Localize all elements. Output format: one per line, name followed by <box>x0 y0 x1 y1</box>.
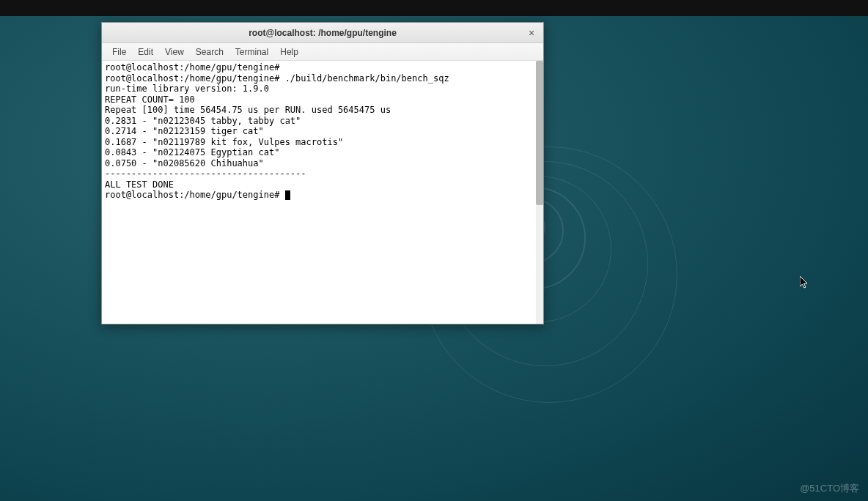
desktop-top-bar <box>0 0 868 16</box>
close-button[interactable]: × <box>526 27 537 39</box>
scrollbar[interactable] <box>536 61 543 324</box>
watermark: @51CTO博客 <box>800 482 859 495</box>
terminal-output: root@localhost:/home/gpu/tengine# root@l… <box>105 62 449 200</box>
menu-edit[interactable]: Edit <box>132 45 159 59</box>
scrollbar-thumb[interactable] <box>536 61 543 205</box>
menu-terminal[interactable]: Terminal <box>229 45 274 59</box>
close-icon: × <box>529 27 534 39</box>
terminal-window[interactable]: root@localhost: /home/gpu/tengine × File… <box>101 22 544 324</box>
window-titlebar[interactable]: root@localhost: /home/gpu/tengine × <box>102 23 543 43</box>
menubar: File Edit View Search Terminal Help <box>102 43 543 61</box>
terminal-cursor <box>285 190 290 200</box>
menu-file[interactable]: File <box>106 45 132 59</box>
mouse-cursor-icon <box>800 276 810 292</box>
window-title: root@localhost: /home/gpu/tengine <box>249 28 397 38</box>
menu-help[interactable]: Help <box>274 45 304 59</box>
menu-search[interactable]: Search <box>190 45 229 59</box>
menu-view[interactable]: View <box>159 45 190 59</box>
terminal-body[interactable]: root@localhost:/home/gpu/tengine# root@l… <box>102 61 543 324</box>
